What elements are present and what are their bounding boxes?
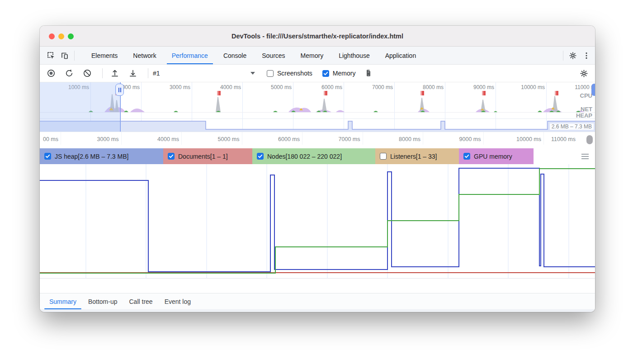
counter-label: Listeners[1 – 33]	[390, 153, 437, 160]
selection-left-handle[interactable]	[115, 84, 124, 96]
ruler-time-label: 11000 ms	[544, 132, 586, 145]
screenshots-checkbox[interactable]: Screenshots	[267, 70, 312, 77]
counter-checkbox[interactable]	[168, 153, 175, 160]
heap-track-label: HEAP	[576, 112, 592, 119]
devtools-tabbar: ElementsNetworkPerformanceConsoleSources…	[40, 47, 595, 65]
counter-label: JS heap[2.6 MB – 7.3 MB]	[55, 153, 128, 160]
heap-range-label: 2.6 MB – 7.3 MB	[550, 123, 594, 130]
settings-gear-icon[interactable]	[566, 49, 580, 62]
memory-counters-legend: JS heap[2.6 MB – 7.3 MB]Documents[1 – 1]…	[40, 148, 595, 164]
legend-counter-listeners[interactable]: Listeners[1 – 33]	[375, 148, 459, 164]
counter-checkbox[interactable]	[257, 153, 264, 160]
legend-counter-nodes[interactable]: Nodes[180 022 – 220 022]	[252, 148, 375, 164]
ruler-time-label: 7000 ms	[302, 132, 363, 145]
tab-lighthouse[interactable]: Lighthouse	[331, 47, 378, 64]
tab-application[interactable]: Application	[378, 47, 424, 64]
overview-dimmed-region	[40, 82, 119, 132]
divider	[563, 51, 563, 61]
performance-toolbar: #1 Screenshots Memory	[40, 65, 595, 82]
long-task-marker	[482, 91, 486, 95]
cpu-track-label: CPU	[580, 92, 592, 99]
clear-recording-icon[interactable]	[81, 67, 93, 79]
devtools-window: DevTools - file:///Users/stmarthe/x-repl…	[40, 26, 595, 312]
history-selected-value: #1	[153, 70, 160, 77]
scrollbar-thumb[interactable]	[586, 135, 593, 144]
window-bottom-strip	[40, 309, 595, 312]
long-task-marker	[555, 91, 558, 95]
details-tab-call-tree[interactable]: Call tree	[123, 293, 159, 309]
divider	[74, 51, 75, 61]
long-task-marker	[420, 91, 424, 95]
counter-checkbox[interactable]	[380, 153, 387, 160]
overview-time-label: 3000 ms	[170, 84, 190, 90]
counter-checkbox[interactable]	[463, 153, 470, 160]
js-heap-line	[40, 168, 595, 272]
nodes-line	[40, 169, 595, 273]
overview-time-label: 5000 ms	[271, 84, 292, 90]
memory-checkbox-box[interactable]	[322, 70, 329, 77]
overview-time-label: 4000 ms	[220, 84, 241, 90]
overview-time-label: 7000 ms	[372, 84, 393, 90]
ruler-time-label: 4000 ms	[122, 132, 182, 145]
save-profile-icon[interactable]	[127, 67, 139, 79]
legend-counter-gpu-memory[interactable]: GPU memory	[459, 148, 534, 164]
traffic-lights	[49, 33, 74, 39]
overview-time-label: 6000 ms	[321, 84, 342, 90]
ruler-time-label: 8000 ms	[363, 132, 424, 145]
reload-and-record-icon[interactable]	[63, 67, 75, 79]
timeline-overview[interactable]: 1000 ms2000 ms3000 ms4000 ms5000 ms6000 …	[40, 82, 595, 132]
tab-performance[interactable]: Performance	[164, 47, 216, 64]
counter-label: Nodes[180 022 – 220 022]	[267, 153, 342, 160]
tab-network[interactable]: Network	[125, 47, 164, 64]
details-tabbar: SummaryBottom-upCall treeEvent log	[40, 293, 595, 309]
overview-time-label: 9000 ms	[473, 84, 494, 90]
zoom-window-button[interactable]	[68, 33, 74, 39]
inspect-element-icon[interactable]	[44, 49, 58, 62]
counter-label: Documents[1 – 1]	[178, 153, 228, 160]
minimize-window-button[interactable]	[58, 33, 64, 39]
main-tabs: ElementsNetworkPerformanceConsoleSources…	[84, 47, 424, 64]
ruler-time-label: 6000 ms	[242, 132, 303, 145]
record-button[interactable]	[45, 67, 57, 79]
counter-label: GPU memory	[474, 153, 512, 160]
capture-settings-gear-icon[interactable]	[578, 67, 590, 79]
ruler-time-label: 9000 ms	[423, 132, 484, 145]
collect-garbage-icon[interactable]	[363, 67, 374, 79]
details-tab-summary[interactable]: Summary	[43, 293, 82, 309]
chevron-down-icon	[250, 72, 255, 75]
ruler-time-label: 00 ms	[40, 132, 61, 145]
detail-time-ruler[interactable]: 00 ms3000 ms4000 ms5000 ms6000 ms7000 ms…	[40, 132, 595, 148]
memory-label: Memory	[333, 70, 356, 77]
more-options-kebab-icon[interactable]	[580, 49, 593, 62]
load-profile-icon[interactable]	[109, 67, 121, 79]
desktop: DevTools - file:///Users/stmarthe/x-repl…	[0, 0, 633, 364]
tab-memory[interactable]: Memory	[293, 47, 331, 64]
ruler-time-label: 3000 ms	[61, 132, 122, 145]
tab-sources[interactable]: Sources	[254, 47, 293, 64]
overview-time-label: 8000 ms	[423, 84, 444, 90]
legend-menu-icon[interactable]	[581, 154, 589, 159]
overview-time-label: 10000 ms	[521, 84, 545, 90]
counter-checkbox[interactable]	[44, 153, 51, 160]
memory-counters-chart[interactable]	[40, 164, 595, 279]
details-tab-event-log[interactable]: Event log	[159, 293, 197, 309]
net-track-label: NET	[581, 106, 592, 113]
tab-console[interactable]: Console	[216, 47, 254, 64]
window-title: DevTools - file:///Users/stmarthe/x-repl…	[231, 33, 403, 40]
memory-checkbox[interactable]: Memory	[322, 70, 356, 77]
long-task-marker	[217, 91, 221, 95]
details-tab-bottom-up[interactable]: Bottom-up	[82, 293, 123, 309]
device-toolbar-icon[interactable]	[58, 49, 71, 62]
legend-counter-js-heap[interactable]: JS heap[2.6 MB – 7.3 MB]	[40, 148, 163, 164]
legend-counter-documents[interactable]: Documents[1 – 1]	[163, 148, 252, 164]
close-window-button[interactable]	[49, 33, 55, 39]
ruler-time-label: 5000 ms	[182, 132, 242, 145]
screenshots-label: Screenshots	[277, 70, 312, 77]
screenshots-checkbox-box[interactable]	[267, 70, 274, 77]
ruler-time-label: 10000 ms	[484, 132, 544, 145]
titlebar: DevTools - file:///Users/stmarthe/x-repl…	[40, 26, 595, 47]
tab-elements[interactable]: Elements	[84, 47, 125, 64]
long-task-marker	[324, 91, 327, 95]
chart-bottom-gap	[40, 279, 595, 293]
history-dropdown[interactable]: #1	[153, 70, 255, 77]
